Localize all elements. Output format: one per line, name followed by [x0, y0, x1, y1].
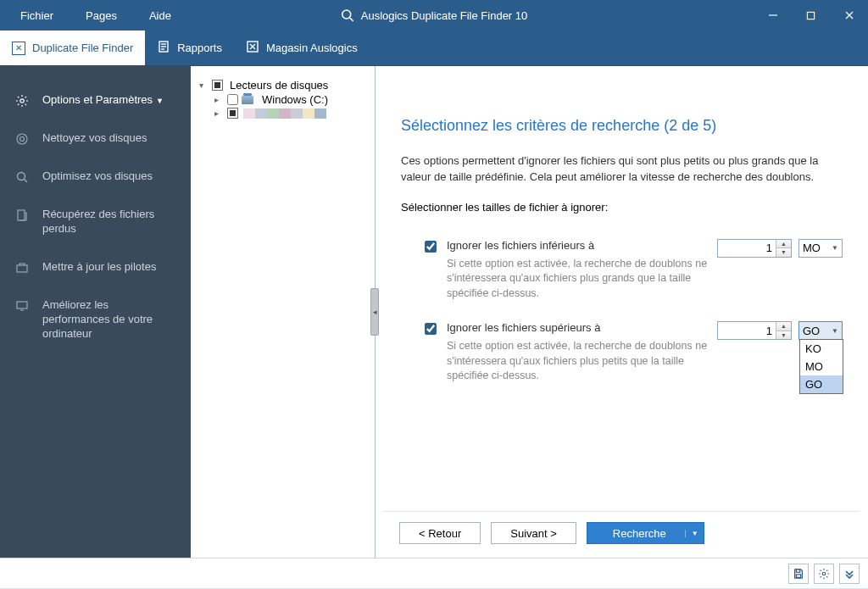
tree-root-label: Lecteurs de disques [230, 79, 328, 92]
next-button[interactable]: Suivant > [491, 522, 576, 544]
sidebar-improve-perf[interactable]: Améliorez les performances de votre ordi… [0, 286, 191, 353]
app-title: Auslogics Duplicate File Finder 10 [361, 9, 528, 22]
page-title: Sélectionnez les critères de recherche (… [401, 117, 843, 135]
tree-check-hidden[interactable] [227, 108, 238, 119]
unit-option-go[interactable]: GO [800, 375, 843, 393]
ignore-smaller-checkbox[interactable] [425, 241, 437, 253]
ignore-smaller-label: Ignorer les fichiers inférieurs à [447, 239, 710, 252]
intro-text: Ces options permettent d'ignorer les fic… [401, 153, 843, 186]
tree-windows-label: Windows (C:) [262, 93, 328, 106]
unit-option-mo[interactable]: MO [800, 358, 843, 375]
update-icon [15, 261, 29, 275]
smaller-spin-down[interactable]: ▼ [776, 248, 791, 257]
ignore-smaller-desc: Si cette option est activée, la recherch… [447, 257, 710, 302]
close-button[interactable] [830, 0, 868, 31]
sidebar: Options et Paramètres▼ Nettoyez vos disq… [0, 66, 191, 558]
app-title-container: Auslogics Duplicate File Finder 10 [341, 8, 528, 22]
ignore-larger-label: Ignorer les fichiers supérieurs à [447, 321, 710, 334]
chevron-down-icon: ▼ [832, 327, 838, 335]
ignore-smaller-unit-select[interactable]: MO ▼ [798, 239, 843, 258]
chevron-down-icon: ▼ [832, 244, 838, 252]
sidebar-clean-disks[interactable]: Nettoyez vos disques [0, 119, 191, 158]
tab-duplicate-finder[interactable]: ✕ Duplicate File Finder [0, 31, 145, 65]
tab-reports[interactable]: Rapports [145, 31, 234, 65]
minimize-button[interactable] [754, 0, 792, 31]
search-button-split[interactable]: ▼ [685, 530, 698, 537]
search-magnifier-icon [341, 8, 354, 22]
chevron-down-icon: ▼ [156, 97, 164, 105]
tree-expander-hidden[interactable]: ▸ [214, 108, 224, 118]
svg-rect-21 [796, 569, 799, 572]
magnifier-icon [15, 170, 29, 184]
smaller-spin-up[interactable]: ▲ [776, 240, 791, 249]
menu-pages[interactable]: Pages [86, 9, 117, 22]
tree-check-root[interactable] [212, 80, 223, 91]
sidebar-recover-files[interactable]: Récupérez des fichiers perdus [0, 196, 191, 248]
status-save-button[interactable] [788, 564, 809, 584]
maximize-button[interactable] [792, 0, 830, 31]
sub-heading: Sélectionner les tailles de fichier à ig… [401, 201, 843, 214]
svg-rect-18 [17, 302, 27, 308]
menu-file[interactable]: Fichier [20, 9, 53, 22]
ignore-larger-value[interactable] [718, 322, 776, 339]
svg-line-1 [350, 18, 353, 21]
tab-store[interactable]: Magasin Auslogics [234, 31, 370, 65]
status-settings-button[interactable] [814, 564, 834, 584]
sidebar-options-label: Options et Paramètres [42, 93, 153, 106]
svg-point-11 [20, 99, 24, 103]
tab-store-label: Magasin Auslogics [266, 42, 358, 54]
tree-expander-windows[interactable]: ▸ [214, 95, 224, 104]
search-button-label: Recherche [613, 527, 666, 540]
svg-point-13 [20, 137, 25, 142]
duplicate-finder-icon: ✕ [12, 42, 25, 55]
menu-help[interactable]: Aide [149, 9, 171, 22]
tab-duplicate-finder-label: Duplicate File Finder [32, 42, 133, 54]
sidebar-options[interactable]: Options et Paramètres▼ [0, 81, 191, 119]
svg-point-0 [342, 10, 351, 19]
sidebar-update-drivers[interactable]: Mettre à jour les pilotes [0, 248, 191, 286]
svg-rect-17 [17, 265, 27, 272]
ignore-larger-unit-select[interactable]: GO ▼ KO MO GO [798, 321, 843, 340]
file-recover-icon [15, 208, 29, 222]
sidebar-update-label: Mettre à jour les pilotes [42, 260, 156, 275]
sidebar-recover-label: Récupérez des fichiers perdus [42, 208, 175, 236]
drive-icon [242, 96, 253, 104]
ignore-larger-desc: Si cette option est activée, la recherch… [447, 339, 710, 384]
svg-point-12 [17, 134, 27, 144]
status-more-button[interactable] [839, 564, 860, 584]
reports-icon [157, 40, 170, 56]
svg-point-22 [822, 572, 826, 575]
back-button[interactable]: < Retour [399, 522, 481, 544]
ignore-larger-unit-value: GO [803, 325, 820, 337]
ignore-larger-checkbox[interactable] [425, 323, 437, 335]
tab-reports-label: Rapports [177, 42, 222, 54]
ignore-smaller-value[interactable] [718, 240, 776, 257]
tree-expander-root[interactable]: ▾ [199, 81, 209, 90]
sidebar-improve-label: Améliorez les performances de votre ordi… [42, 298, 175, 342]
tree-check-windows[interactable] [227, 94, 238, 105]
sidebar-optimize-disks[interactable]: Optimisez vos disques [0, 158, 191, 196]
blurred-drive-label [243, 108, 326, 119]
svg-point-14 [18, 173, 25, 181]
ignore-smaller-unit-value: MO [803, 242, 821, 254]
svg-rect-3 [807, 12, 814, 19]
target-icon [15, 132, 29, 146]
sidebar-optimize-label: Optimisez vos disques [42, 169, 153, 184]
monitor-icon [15, 299, 29, 313]
svg-rect-20 [796, 574, 800, 577]
gear-icon [15, 94, 29, 108]
larger-spin-up[interactable]: ▲ [776, 322, 791, 331]
drive-tree-panel: ▾ Lecteurs de disques ▸ Windows (C:) ▸ ◂ [191, 66, 376, 558]
unit-option-ko[interactable]: KO [800, 340, 843, 358]
sidebar-clean-label: Nettoyez vos disques [42, 131, 147, 146]
store-icon [246, 40, 259, 56]
larger-spin-down[interactable]: ▼ [776, 331, 791, 340]
search-button[interactable]: Recherche ▼ [587, 522, 704, 544]
svg-rect-16 [18, 210, 25, 220]
unit-dropdown: KO MO GO [799, 339, 843, 394]
svg-line-15 [25, 180, 28, 183]
